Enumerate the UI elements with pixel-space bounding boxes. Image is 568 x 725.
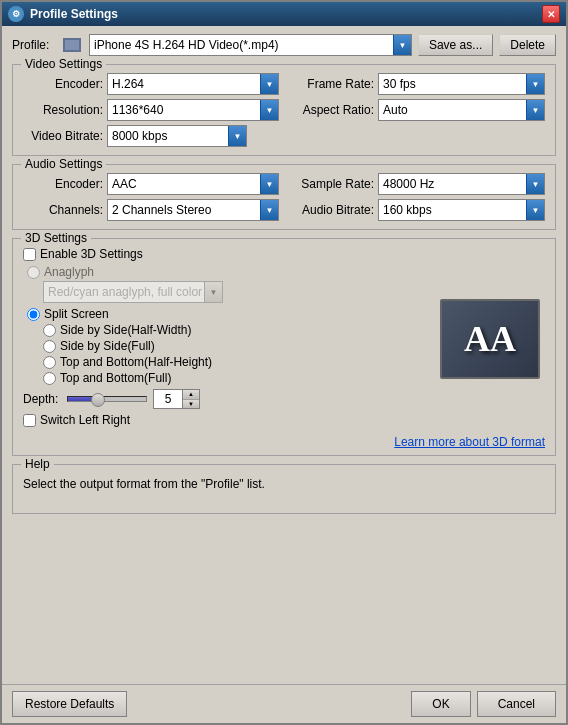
audio-encoder-dropdown[interactable]: AAC ▼ xyxy=(107,173,279,195)
depth-row: Depth: ▲ ▼ xyxy=(23,389,425,409)
audio-bitrate-value: 160 kbps xyxy=(383,203,526,217)
learn-more-row: Learn more about 3D format xyxy=(23,435,545,449)
encoder-dropdown-arrow[interactable]: ▼ xyxy=(260,73,278,95)
frame-rate-dropdown[interactable]: 30 fps ▼ xyxy=(378,73,545,95)
aa-preview: AA xyxy=(440,299,540,379)
audio-encoder-value: AAC xyxy=(112,177,260,191)
enable-3d-row: Enable 3D Settings xyxy=(23,247,425,261)
switch-left-right-label[interactable]: Switch Left Right xyxy=(40,413,130,427)
profile-row: Profile: iPhone 4S H.264 HD Video(*.mp4)… xyxy=(12,34,556,56)
aspect-ratio-dropdown-arrow[interactable]: ▼ xyxy=(526,99,544,121)
audio-settings-section: Audio Settings Encoder: AAC ▼ Sample Rat… xyxy=(12,164,556,230)
help-section: Help Select the output format from the "… xyxy=(12,464,556,514)
resolution-dropdown[interactable]: 1136*640 ▼ xyxy=(107,99,279,121)
frame-rate-dropdown-arrow[interactable]: ▼ xyxy=(526,73,544,95)
anaglyph-row: Anaglyph xyxy=(23,265,425,279)
depth-spin-down[interactable]: ▼ xyxy=(183,399,199,408)
enable-3d-checkbox[interactable] xyxy=(23,248,36,261)
aspect-ratio-dropdown[interactable]: Auto ▼ xyxy=(378,99,545,121)
encoder-label: Encoder: xyxy=(23,77,103,91)
audio-bitrate-row: Audio Bitrate: 160 kbps ▼ xyxy=(289,199,545,221)
profile-dropdown-arrow[interactable]: ▼ xyxy=(393,34,411,56)
frame-rate-value: 30 fps xyxy=(383,77,526,91)
ok-button[interactable]: OK xyxy=(411,691,470,717)
footer: Restore Defaults OK Cancel xyxy=(2,684,566,723)
video-bitrate-row: Video Bitrate: 8000 kbps ▼ xyxy=(23,125,545,147)
sample-rate-label: Sample Rate: xyxy=(289,177,374,191)
profile-dropdown[interactable]: iPhone 4S H.264 HD Video(*.mp4) ▼ xyxy=(89,34,412,56)
close-button[interactable]: ✕ xyxy=(542,5,560,23)
video-bitrate-label: Video Bitrate: xyxy=(23,129,103,143)
footer-right-buttons: OK Cancel xyxy=(411,691,556,717)
top-bottom-full-radio[interactable] xyxy=(43,372,56,385)
split-screen-radio[interactable] xyxy=(27,308,40,321)
learn-more-link[interactable]: Learn more about 3D format xyxy=(394,435,545,449)
depth-label: Depth: xyxy=(23,392,61,406)
depth-spinbox: ▲ ▼ xyxy=(153,389,200,409)
split-screen-label: Split Screen xyxy=(44,307,109,321)
side-by-side-full-radio[interactable] xyxy=(43,340,56,353)
sample-rate-arrow[interactable]: ▼ xyxy=(526,173,544,195)
audio-bitrate-arrow[interactable]: ▼ xyxy=(526,199,544,221)
help-text: Select the output format from the "Profi… xyxy=(23,477,545,491)
aspect-ratio-label: Aspect Ratio: xyxy=(289,103,374,117)
title-bar-left: ⚙ Profile Settings xyxy=(8,6,118,22)
anaglyph-dropdown[interactable]: Red/cyan anaglyph, full color ▼ xyxy=(43,281,223,303)
aspect-ratio-value: Auto xyxy=(383,103,526,117)
anaglyph-value: Red/cyan anaglyph, full color xyxy=(48,285,204,299)
audio-encoder-arrow[interactable]: ▼ xyxy=(260,173,278,195)
audio-settings-label: Audio Settings xyxy=(21,157,106,171)
audio-bitrate-label: Audio Bitrate: xyxy=(289,203,374,217)
aa-preview-text: AA xyxy=(464,318,516,360)
video-settings-label: Video Settings xyxy=(21,57,106,71)
video-bitrate-dropdown[interactable]: 8000 kbps ▼ xyxy=(107,125,247,147)
audio-encoder-row: Encoder: AAC ▼ xyxy=(23,173,279,195)
side-by-side-full-label: Side by Side(Full) xyxy=(60,339,155,353)
app-icon: ⚙ xyxy=(8,6,24,22)
channels-dropdown[interactable]: 2 Channels Stereo ▼ xyxy=(107,199,279,221)
enable-3d-label[interactable]: Enable 3D Settings xyxy=(40,247,143,261)
depth-slider-thumb[interactable] xyxy=(91,393,105,407)
encoder-dropdown[interactable]: H.264 ▼ xyxy=(107,73,279,95)
aspect-ratio-row: Aspect Ratio: Auto ▼ xyxy=(289,99,545,121)
restore-defaults-button[interactable]: Restore Defaults xyxy=(12,691,127,717)
video-bitrate-dropdown-arrow[interactable]: ▼ xyxy=(228,125,246,147)
sample-rate-dropdown[interactable]: 48000 Hz ▼ xyxy=(378,173,545,195)
anaglyph-radio[interactable] xyxy=(27,266,40,279)
3d-settings-content: Enable 3D Settings Anaglyph Red/cyan ana… xyxy=(23,247,545,431)
side-by-side-half-row: Side by Side(Half-Width) xyxy=(23,323,425,337)
3d-preview-area: AA xyxy=(435,247,545,431)
top-bottom-half-radio[interactable] xyxy=(43,356,56,369)
content-area: Profile: iPhone 4S H.264 HD Video(*.mp4)… xyxy=(2,26,566,684)
anaglyph-dropdown-arrow[interactable]: ▼ xyxy=(204,281,222,303)
depth-value-input[interactable] xyxy=(153,389,183,409)
encoder-row: Encoder: H.264 ▼ xyxy=(23,73,279,95)
channels-label: Channels: xyxy=(23,203,103,217)
top-bottom-full-label: Top and Bottom(Full) xyxy=(60,371,171,385)
3d-settings-left: Enable 3D Settings Anaglyph Red/cyan ana… xyxy=(23,247,425,431)
anaglyph-dropdown-row: Red/cyan anaglyph, full color ▼ xyxy=(43,281,425,303)
channels-arrow[interactable]: ▼ xyxy=(260,199,278,221)
window-title: Profile Settings xyxy=(30,7,118,21)
depth-spin-up[interactable]: ▲ xyxy=(183,390,199,399)
save-as-button[interactable]: Save as... xyxy=(418,34,493,56)
resolution-label: Resolution: xyxy=(23,103,103,117)
side-by-side-half-radio[interactable] xyxy=(43,324,56,337)
depth-spin-buttons: ▲ ▼ xyxy=(183,389,200,409)
top-bottom-half-row: Top and Bottom(Half-Height) xyxy=(23,355,425,369)
delete-button[interactable]: Delete xyxy=(499,34,556,56)
sample-rate-value: 48000 Hz xyxy=(383,177,526,191)
channels-value: 2 Channels Stereo xyxy=(112,203,260,217)
cancel-button[interactable]: Cancel xyxy=(477,691,556,717)
resolution-dropdown-arrow[interactable]: ▼ xyxy=(260,99,278,121)
split-screen-row: Split Screen xyxy=(23,307,425,321)
depth-slider[interactable] xyxy=(67,396,147,402)
3d-settings-section: 3D Settings Enable 3D Settings Anaglyph xyxy=(12,238,556,456)
video-settings-grid: Encoder: H.264 ▼ Frame Rate: 30 fps ▼ xyxy=(23,73,545,121)
audio-settings-grid: Encoder: AAC ▼ Sample Rate: 48000 Hz ▼ xyxy=(23,173,545,221)
window: ⚙ Profile Settings ✕ Profile: iPhone 4S … xyxy=(0,0,568,725)
audio-bitrate-dropdown[interactable]: 160 kbps ▼ xyxy=(378,199,545,221)
anaglyph-label: Anaglyph xyxy=(44,265,94,279)
switch-left-right-checkbox[interactable] xyxy=(23,414,36,427)
side-by-side-full-row: Side by Side(Full) xyxy=(23,339,425,353)
